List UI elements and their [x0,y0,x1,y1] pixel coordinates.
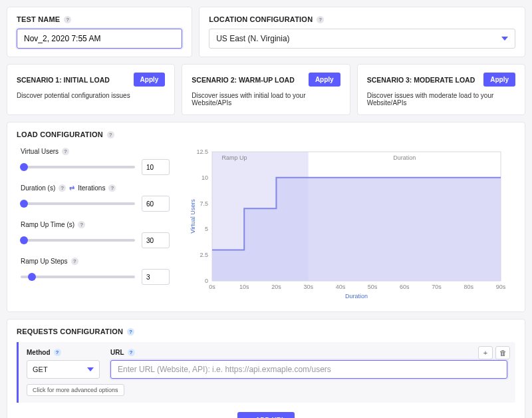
svg-text:2.5: 2.5 [200,252,208,258]
scenario-desc: Discover issues with initial load to you… [192,92,340,106]
scenario-card: SCENARIO 3: MODERATE LOAD Apply Discover… [357,64,525,115]
svg-text:5: 5 [205,226,208,232]
help-icon[interactable] [64,16,71,23]
svg-text:30s: 30s [303,284,313,290]
delete-request-button[interactable]: 🗑 [495,346,510,359]
help-icon[interactable] [54,349,61,356]
duration-slider[interactable] [21,202,135,205]
scenario-desc: Discover issues with moderate load to yo… [367,92,515,106]
ramp-up-steps-slider[interactable] [21,276,135,278]
scenario-desc: Discover potential configuration issues [17,92,165,99]
add-request-button[interactable]: + [478,346,493,359]
location-label-text: LOCATION CONFIGURATION [209,15,313,23]
svg-text:Ramp Up: Ramp Up [221,154,247,161]
chevron-down-icon [501,37,508,41]
duration-label: Duration (s) ⇄ Iterations [21,184,170,192]
swap-icon[interactable]: ⇄ [69,184,74,192]
add-url-button[interactable]: + ADD URL [237,412,295,418]
test-name-label-text: TEST NAME [17,15,60,23]
ramp-up-steps-label: Ramp Up Steps [21,258,170,265]
method-value: GET [33,365,48,373]
scenario-title: SCENARIO 3: MODERATE LOAD [367,76,475,84]
svg-text:7.5: 7.5 [200,200,208,207]
help-icon[interactable] [59,184,66,192]
ramp-up-time-slider[interactable] [21,239,135,242]
ramp-up-time-label: Ramp Up Time (s) [21,221,170,228]
svg-text:10s: 10s [239,284,249,290]
svg-text:40s: 40s [336,284,346,290]
scenario-title: SCENARIO 2: WARM-UP LOAD [192,76,294,84]
load-config-label: LOAD CONFIGURATION [17,130,114,138]
requests-label-text: REQUESTS CONFIGURATION [17,327,123,335]
method-label: Method [27,349,100,356]
ramp-up-steps-input[interactable] [142,269,170,285]
svg-text:Virtual Users: Virtual Users [190,199,196,234]
location-selected-value: US East (N. Virginia) [216,34,289,43]
help-icon[interactable] [107,131,114,138]
svg-text:80s: 80s [464,284,474,290]
scenario-card: SCENARIO 1: INITIAL LOAD Apply Discover … [7,64,175,115]
apply-button[interactable]: Apply [309,73,340,87]
svg-text:90s: 90s [496,284,506,290]
help-icon[interactable] [108,184,116,192]
help-icon[interactable] [127,328,134,335]
scenario-card: SCENARIO 2: WARM-UP LOAD Apply Discover … [182,64,350,115]
chevron-down-icon [87,367,94,371]
ramp-up-time-input[interactable] [142,232,170,248]
url-label: URL [110,349,507,356]
svg-text:Duration: Duration [345,293,368,300]
svg-text:0s: 0s [209,284,215,290]
apply-button[interactable]: Apply [134,73,166,87]
help-icon[interactable] [78,221,85,228]
svg-text:70s: 70s [432,284,442,290]
help-icon[interactable] [71,258,78,265]
location-select[interactable]: US East (N. Virginia) [209,29,515,49]
method-select[interactable]: GET [27,360,100,379]
svg-text:12.5: 12.5 [196,148,208,155]
svg-text:0: 0 [205,278,208,284]
duration-input[interactable] [142,196,170,212]
help-icon[interactable] [128,349,135,356]
test-name-label: TEST NAME [17,15,71,23]
apply-button[interactable]: Apply [483,73,515,87]
svg-text:10: 10 [201,174,208,181]
virtual-users-slider[interactable] [21,166,135,168]
svg-text:60s: 60s [400,284,410,290]
svg-text:Duration: Duration [393,154,416,161]
requests-label: REQUESTS CONFIGURATION [17,327,134,335]
test-name-input[interactable] [17,29,182,49]
svg-text:50s: 50s [368,284,378,290]
scenario-title: SCENARIO 1: INITIAL LOAD [17,76,110,84]
help-icon[interactable] [62,148,69,155]
load-chart: 02.557.51012.50s10s20s30s40s50s60s70s80s… [183,144,515,304]
url-input[interactable] [110,360,507,379]
load-config-label-text: LOAD CONFIGURATION [17,130,103,138]
virtual-users-label: Virtual Users [21,148,170,155]
advanced-options-button[interactable]: Click for more advanced options [27,384,124,396]
svg-text:20s: 20s [271,284,281,290]
virtual-users-input[interactable] [142,159,170,175]
help-icon[interactable] [317,16,324,23]
location-label: LOCATION CONFIGURATION [209,15,324,23]
